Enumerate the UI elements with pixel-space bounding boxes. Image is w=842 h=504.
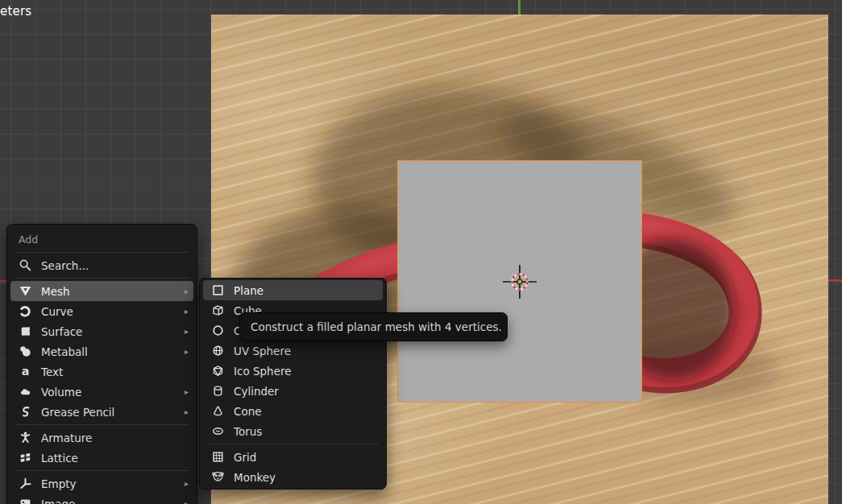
search-input[interactable]: Search...	[10, 255, 193, 275]
menu-item-curve[interactable]: Curve▸	[10, 301, 193, 321]
monkey-icon	[210, 470, 225, 484]
menu-item-label: UV Sphere	[234, 345, 291, 357]
x-axis-line-right	[828, 279, 842, 282]
submenu-arrow-icon: ▸	[185, 388, 189, 396]
search-icon	[18, 258, 32, 272]
menu-item-armature[interactable]: Armature	[10, 428, 193, 448]
menu-item-empty[interactable]: Empty▸	[10, 473, 193, 494]
divider	[15, 278, 189, 279]
lattice-icon	[18, 451, 32, 465]
menu-item-lattice[interactable]: Lattice	[10, 448, 193, 468]
mesh-icon	[18, 284, 32, 298]
menu-item-label: Empty	[41, 477, 77, 490]
submenu-arrow-icon: ▸	[185, 328, 189, 336]
add-menu-title: Add	[7, 228, 197, 250]
menu-item-label: Grid	[234, 451, 256, 464]
menu-item-label: Plane	[234, 284, 263, 297]
menu-item-metaball[interactable]: Metaball▸	[10, 341, 193, 361]
submenu-arrow-icon: ▸	[185, 287, 189, 295]
divider	[15, 252, 189, 253]
menu-item-grid[interactable]: Grid	[203, 447, 383, 467]
search-placeholder: Search...	[41, 259, 89, 272]
menu-item-mesh[interactable]: Mesh▸	[10, 281, 193, 301]
menu-item-image[interactable]: Image▸	[10, 494, 193, 504]
text-icon: a	[18, 365, 32, 378]
submenu-arrow-icon: ▸	[185, 408, 189, 416]
menu-item-label: Cylinder	[234, 385, 279, 398]
plane-icon	[210, 283, 225, 297]
menu-item-cone[interactable]: Cone	[203, 401, 383, 421]
menu-item-monkey[interactable]: Monkey	[203, 467, 383, 487]
menu-item-ico-sphere[interactable]: Ico Sphere	[203, 361, 383, 381]
menu-item-label: Torus	[234, 425, 262, 438]
armature-icon	[18, 431, 32, 444]
y-axis-line	[518, 0, 521, 14]
menu-item-label: Cone	[234, 405, 262, 418]
mesh-submenu: PlaneCubeCircleUV SphereIco SphereCylind…	[199, 278, 387, 490]
menu-item-grease-pencil[interactable]: Grease Pencil▸	[10, 402, 193, 422]
menu-item-label: Ico Sphere	[234, 365, 292, 378]
divider	[15, 424, 189, 425]
cone-icon	[210, 404, 225, 418]
submenu-arrow-icon: ▸	[185, 308, 189, 316]
submenu-arrow-icon: ▸	[185, 348, 189, 356]
menu-item-label: Curve	[41, 305, 73, 318]
uv-sphere-icon	[210, 344, 225, 357]
menu-item-label: Surface	[41, 325, 82, 338]
menu-item-cylinder[interactable]: Cylinder	[203, 381, 383, 401]
menu-item-label: Lattice	[41, 452, 78, 465]
image-icon	[18, 497, 32, 504]
torus-icon	[210, 424, 225, 438]
menu-item-plane[interactable]: Plane	[203, 280, 383, 300]
divider	[207, 444, 379, 444]
empty-icon	[18, 477, 32, 490]
viewport-unit-overlay-text: eters	[0, 4, 31, 19]
menu-item-label: Text	[41, 366, 63, 378]
menu-item-volume[interactable]: Volume▸	[10, 382, 193, 402]
submenu-arrow-icon: ▸	[185, 500, 189, 504]
plane-tooltip: Construct a filled planar mesh with 4 ve…	[239, 312, 508, 341]
menu-item-text[interactable]: aText	[10, 361, 193, 382]
3d-cursor	[502, 264, 537, 300]
metaball-icon	[18, 345, 32, 358]
grease-pencil-icon	[18, 405, 32, 419]
menu-item-uv-sphere[interactable]: UV Sphere	[203, 341, 383, 361]
menu-item-label: Mesh	[41, 285, 70, 298]
menu-item-label: Armature	[41, 432, 92, 444]
tooltip-text: Construct a filled planar mesh with 4 ve…	[251, 320, 502, 333]
surface-icon	[18, 324, 32, 338]
circle-icon	[210, 324, 225, 337]
x-axis-line-left	[0, 280, 6, 283]
svg-text:a: a	[21, 365, 29, 378]
curve-icon	[18, 304, 32, 318]
menu-item-label: Monkey	[234, 471, 276, 484]
volume-icon	[18, 385, 32, 399]
blender-3d-viewport[interactable]: eters Add Search... Mesh▸Curve▸Surface▸M…	[0, 0, 842, 504]
cylinder-icon	[210, 384, 225, 398]
cube-icon	[210, 304, 225, 317]
menu-item-label: Grease Pencil	[41, 406, 114, 419]
add-menu: Add Search... Mesh▸Curve▸Surface▸Metabal…	[6, 224, 197, 504]
add-menu-items: Mesh▸Curve▸Surface▸Metaball▸aTextVolume▸…	[7, 281, 197, 504]
menu-item-surface[interactable]: Surface▸	[10, 321, 193, 341]
ico-sphere-icon	[210, 364, 225, 378]
menu-item-label: Image	[41, 498, 75, 504]
divider	[15, 470, 189, 471]
menu-item-label: Volume	[41, 386, 81, 399]
grid-icon	[210, 450, 225, 464]
menu-item-label: Metaball	[41, 345, 88, 358]
menu-item-torus[interactable]: Torus	[203, 421, 383, 441]
mesh-submenu-items: PlaneCubeCircleUV SphereIco SphereCylind…	[200, 280, 386, 487]
submenu-arrow-icon: ▸	[185, 480, 189, 488]
